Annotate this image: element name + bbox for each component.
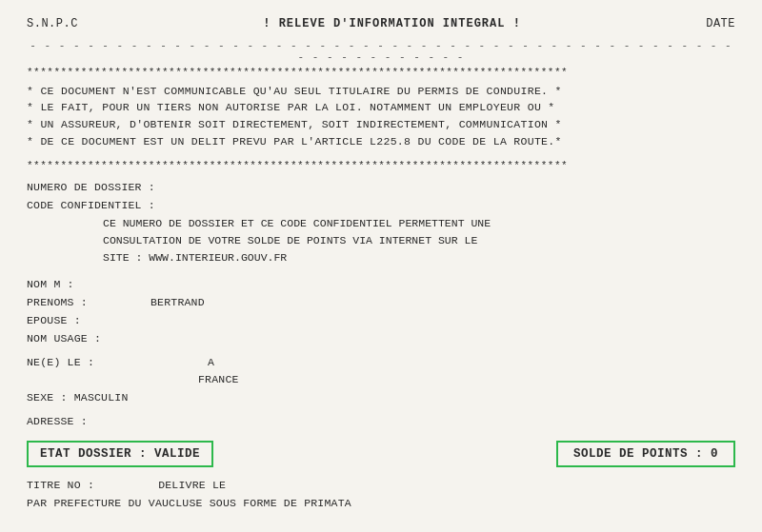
epouse-line: EPOUSE :	[27, 312, 735, 330]
numero-dossier-line: NUMERO DE DOSSIER :	[27, 179, 735, 197]
notice-line-4: * DE CE DOCUMENT EST UN DELIT PREVU PAR …	[27, 133, 735, 150]
nom-label: NOM M :	[27, 276, 74, 294]
stars-bottom: ****************************************…	[27, 158, 735, 174]
prenoms-label: PRENOMS :	[27, 294, 150, 312]
prenoms-line: PRENOMS : BERTRAND	[27, 294, 735, 312]
header-center: ! RELEVE D'INFORMATION INTEGRAL !	[263, 17, 521, 30]
header-left: S.N.P.C	[27, 17, 78, 30]
status-row: ETAT DOSSIER : VALIDE SOLDE DE POINTS : …	[27, 441, 735, 467]
prefecture-line: PAR PREFECTURE DU VAUCLUSE SOUS FORME DE…	[27, 495, 735, 513]
footer-section: TITRE NO : DELIVRE LE PAR PREFECTURE DU …	[27, 477, 735, 513]
code-confidentiel-line: CODE CONFIDENTIEL :	[27, 197, 735, 215]
titre-label: TITRE NO :	[27, 479, 94, 491]
nee-pays-value: FRANCE	[198, 371, 239, 389]
numero-dossier-label: NUMERO DE DOSSIER :	[27, 179, 155, 197]
header-date: DATE	[706, 17, 735, 30]
nee-le-line: NE(E) LE : A	[27, 354, 735, 372]
nom-usage-line: NOM USAGE :	[27, 330, 735, 348]
dashes-separator: - - - - - - - - - - - - - - - - - - - - …	[27, 40, 735, 63]
header: S.N.P.C ! RELEVE D'INFORMATION INTEGRAL …	[27, 17, 735, 30]
titre-line: TITRE NO : DELIVRE LE	[27, 477, 735, 495]
notice-line-2: * LE FAIT, POUR UN TIERS NON AUTORISE PA…	[27, 99, 735, 116]
prenoms-value: BERTRAND	[150, 294, 205, 312]
nee-pays-line: FRANCE	[27, 371, 735, 389]
indent-line-3: SITE : WWW.INTERIEUR.GOUV.FR	[103, 249, 735, 266]
notice-block: * CE DOCUMENT N'EST COMMUNICABLE QU'AU S…	[27, 83, 735, 150]
notice-line-3: * UN ASSUREUR, D'OBTENIR SOIT DIRECTEMEN…	[27, 116, 735, 133]
etat-dossier-box: ETAT DOSSIER : VALIDE	[27, 441, 213, 467]
nom-line: NOM M :	[27, 276, 735, 294]
indent-block: CE NUMERO DE DOSSIER ET CE CODE CONFIDEN…	[27, 215, 735, 266]
epouse-label: EPOUSE :	[27, 312, 81, 330]
sexe-label: SEXE : MASCULIN	[27, 389, 129, 407]
nom-usage-label: NOM USAGE :	[27, 330, 101, 348]
stars-top: ****************************************…	[27, 65, 735, 81]
document-page: S.N.P.C ! RELEVE D'INFORMATION INTEGRAL …	[0, 0, 762, 532]
info-section: NUMERO DE DOSSIER : CODE CONFIDENTIEL : …	[27, 179, 735, 431]
sexe-line: SEXE : MASCULIN	[27, 389, 735, 407]
delivre-label: DELIVRE LE	[158, 479, 226, 491]
adresse-label: ADRESSE :	[27, 413, 88, 431]
nee-a-label: A	[208, 354, 214, 372]
indent-line-1: CE NUMERO DE DOSSIER ET CE CODE CONFIDEN…	[103, 215, 735, 232]
nee-le-label: NE(E) LE :	[27, 354, 150, 372]
indent-line-2: CONSULTATION DE VOTRE SOLDE DE POINTS VI…	[103, 232, 735, 249]
notice-line-1: * CE DOCUMENT N'EST COMMUNICABLE QU'AU S…	[27, 83, 735, 100]
solde-points-box: SOLDE DE POINTS : 0	[556, 441, 735, 467]
code-confidentiel-label: CODE CONFIDENTIEL :	[27, 197, 155, 215]
adresse-line: ADRESSE :	[27, 413, 735, 431]
